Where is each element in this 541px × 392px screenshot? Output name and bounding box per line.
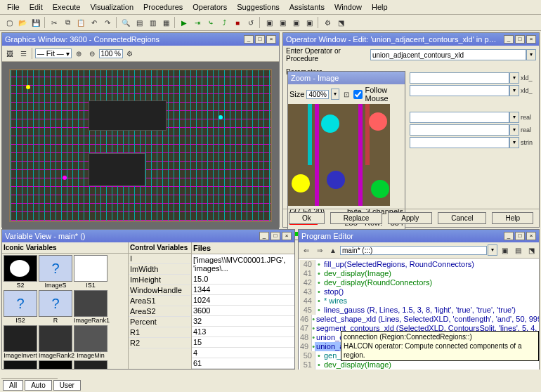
iconic-var[interactable]: ImageMax — [74, 360, 107, 369]
iconic-var[interactable]: ImageRank2 — [39, 325, 72, 359]
maximize-icon[interactable]: □ — [255, 35, 265, 44]
iconic-var[interactable]: ?ImageS — [39, 255, 72, 289]
paste-icon[interactable]: 📋 — [74, 16, 87, 29]
dropdown-icon[interactable]: ▾ — [509, 112, 519, 123]
undo-icon[interactable]: ↶ — [88, 16, 100, 29]
editor-titlebar[interactable]: Program Editor _□× — [299, 230, 539, 242]
ed1-icon[interactable]: ▣ — [498, 244, 511, 256]
close-icon[interactable]: × — [526, 232, 536, 240]
maximize-icon[interactable]: □ — [515, 35, 525, 44]
code-line[interactable]: 51•dev_display(Image) — [300, 360, 537, 370]
code-line[interactable]: 41•dev_display(Image) — [300, 269, 537, 278]
ed2-icon[interactable]: ▤ — [511, 244, 524, 256]
zoom-image[interactable] — [288, 104, 390, 206]
dropdown-icon[interactable]: ▾ — [509, 137, 519, 148]
follow-checkbox[interactable] — [353, 90, 363, 99]
copy-icon[interactable]: ⧉ — [61, 16, 74, 29]
replace-button[interactable]: Replace — [330, 212, 383, 224]
win3-icon[interactable]: ▣ — [289, 16, 302, 29]
zoom-select[interactable]: 100 % — [99, 49, 123, 58]
dropdown-icon[interactable]: ▾ — [331, 89, 339, 100]
menu-suggestions[interactable]: Suggestions — [233, 1, 284, 13]
dropdown-icon[interactable]: ▾ — [509, 85, 519, 96]
doc1-icon[interactable]: ▤ — [133, 16, 145, 29]
code-line[interactable]: 40•fill_up(SelectedRegions, RoundConnect… — [300, 260, 537, 269]
ctrl-var-name[interactable]: R2 — [129, 338, 190, 348]
minimize-icon[interactable]: _ — [244, 35, 254, 44]
new-icon[interactable]: ▢ — [3, 16, 15, 29]
tool1-icon[interactable]: ⚙ — [321, 16, 334, 29]
iconic-var[interactable]: ImageInvert — [4, 325, 37, 359]
reset-icon[interactable]: ↺ — [245, 16, 257, 29]
minimize-icon[interactable]: _ — [504, 35, 514, 44]
zoomout-icon[interactable]: ⊖ — [86, 47, 98, 60]
iconic-var[interactable]: RegionDynTh — [39, 360, 72, 369]
stop-icon[interactable]: ■ — [231, 16, 244, 29]
variable-titlebar[interactable]: Variable View - main* () _□× — [2, 230, 294, 242]
tool-icon[interactable]: ⊡ — [341, 88, 352, 100]
pcb-image[interactable] — [9, 69, 272, 222]
win2-icon[interactable]: ▣ — [276, 16, 289, 29]
ok-button[interactable]: Ok — [289, 212, 325, 224]
menu-visualization[interactable]: Visualization — [86, 1, 138, 13]
tool2-icon[interactable]: ⬔ — [334, 16, 347, 29]
cancel-button[interactable]: Cancel — [438, 212, 486, 224]
code-line[interactable]: 44•* wires — [300, 296, 537, 306]
step2-icon[interactable]: ⤷ — [204, 16, 217, 29]
iconic-var[interactable]: ImageRank1 — [74, 290, 107, 324]
step-icon[interactable]: ⇥ — [191, 16, 204, 29]
close-icon[interactable]: × — [526, 35, 536, 44]
param-input[interactable] — [410, 72, 509, 84]
doc2-icon[interactable]: ▥ — [146, 16, 159, 29]
minimize-icon[interactable]: _ — [504, 232, 514, 240]
fwd-icon[interactable]: ⇒ — [313, 244, 326, 256]
menu-assistants[interactable]: Assistants — [285, 1, 329, 13]
help-button[interactable]: Help — [492, 212, 533, 224]
find-icon[interactable]: 🔍 — [119, 16, 132, 29]
redo-icon[interactable]: ↷ — [101, 16, 114, 29]
zoomin-icon[interactable]: ⊕ — [72, 47, 85, 60]
code-line[interactable]: 46•select_shape_xld (Lines, SelectedXLD,… — [300, 315, 537, 324]
ctrl-var-name[interactable]: AreaS2 — [129, 306, 190, 317]
run-icon[interactable]: ▶ — [178, 16, 190, 29]
win4-icon[interactable]: ▣ — [303, 16, 315, 29]
procedure-select[interactable]: main* (:::) — [340, 246, 487, 255]
maximize-icon[interactable]: □ — [270, 232, 280, 240]
code-line[interactable]: 43•stop() — [300, 287, 537, 296]
code-line[interactable]: 42•dev_display(RoundConnectors) — [300, 278, 537, 287]
win1-icon[interactable]: ▣ — [263, 16, 275, 29]
iconic-var[interactable]: ?R — [39, 290, 72, 324]
layers-icon[interactable]: ☰ — [17, 47, 30, 60]
up-icon[interactable]: ▲ — [327, 244, 339, 256]
maximize-icon[interactable]: □ — [515, 232, 525, 240]
code-line[interactable]: 45•lines_gauss (R, Lines, 1.5, 3, 8, 'li… — [300, 306, 537, 315]
param-input[interactable] — [410, 124, 509, 136]
ctrl-var-name[interactable]: AreaS1 — [129, 296, 190, 306]
graphics-titlebar[interactable]: Graphics Window: 3600 - ConnectedRegions… — [2, 33, 279, 46]
iconic-var[interactable]: ?IS2 — [4, 290, 37, 324]
menu-window[interactable]: Window — [330, 1, 366, 13]
zoom-size-select[interactable]: 400% — [306, 90, 329, 99]
ctrl-var-name[interactable]: R1 — [129, 327, 190, 338]
save-icon[interactable]: 💾 — [30, 16, 42, 29]
ctrl-var-name[interactable]: WindowHandle — [129, 285, 190, 296]
iconic-var[interactable]: S2 — [4, 255, 37, 289]
apply-button[interactable]: Apply — [388, 212, 432, 224]
operator-titlebar[interactable]: Operator Window - Edit: 'union_adjacent_… — [283, 33, 539, 46]
iconic-var[interactable]: IS1 — [74, 255, 107, 289]
dropdown-icon[interactable]: ▾ — [488, 244, 497, 256]
variable-tabs[interactable]: AllAutoUser — [1, 378, 58, 392]
dropdown-icon[interactable]: ▾ — [509, 72, 519, 84]
open-icon[interactable]: 📂 — [16, 16, 29, 29]
ctrl-var-name[interactable]: I — [129, 254, 190, 264]
menu-file[interactable]: File — [3, 1, 24, 13]
close-icon[interactable]: × — [266, 35, 276, 44]
menu-edit[interactable]: Edit — [25, 1, 47, 13]
param-input[interactable] — [410, 112, 509, 123]
menu-help[interactable]: Help — [367, 1, 392, 13]
cut-icon[interactable]: ✂ — [48, 16, 60, 29]
menu-procedures[interactable]: Procedures — [139, 1, 187, 13]
step3-icon[interactable]: ⤴ — [218, 16, 230, 29]
menu-execute[interactable]: Execute — [48, 1, 85, 13]
ctrl-var-name[interactable]: Percent — [129, 317, 190, 327]
